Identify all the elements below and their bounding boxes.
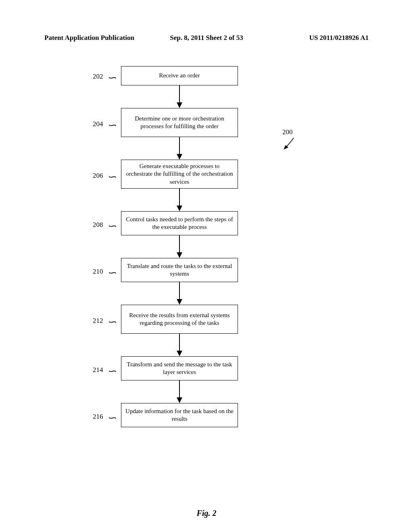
tilde-icon: ∽ [108,120,117,131]
tilde-icon: ∽ [108,221,117,231]
ref-label-202: 202 [93,73,103,81]
ref-200-label: 200 [282,128,293,136]
ref-200-arrow-icon [282,137,298,152]
ref-label-204: 204 [93,120,103,128]
flow-step-216: Update information for the task based on… [121,403,238,427]
flow-step-208: Control tasks needed to perform the step… [121,211,238,235]
ref-label-206: 206 [93,172,103,180]
ref-label-208: 208 [93,221,103,229]
flow-step-212: Receive the results from external system… [121,305,238,334]
flow-step-202: Receive an order [121,66,238,85]
arrow-icon [121,235,238,258]
arrow-icon [121,85,238,108]
step-text: Translate and route the tasks to the ext… [125,262,234,278]
tilde-icon: ∽ [108,172,117,182]
flowchart-diagram: 200 Receive an order Determine one or mo… [0,60,413,504]
tilde-icon: ∽ [108,413,117,423]
header-left: Patent Application Publication [44,34,134,42]
arrow-icon [121,282,238,305]
arrow-icon [121,334,238,356]
step-text: Generate executable processes to orchest… [125,162,234,186]
tilde-icon: ∽ [108,73,117,83]
page-header: Patent Application Publication Sep. 8, 2… [0,34,413,42]
ref-label-214: 214 [93,366,103,374]
flow-step-206: Generate executable processes to orchest… [121,160,238,189]
flow-column: Receive an order Determine one or more o… [121,60,238,427]
ref-label-210: 210 [93,268,103,276]
step-text: Receive an order [159,72,200,80]
figure-caption: Fig. 2 [197,509,217,518]
header-right: US 2011/0218926 A1 [309,34,369,42]
ref-label-212: 212 [93,317,103,325]
step-text: Control tasks needed to perform the step… [125,216,234,231]
step-text: Update information for the task based on… [125,407,234,423]
tilde-icon: ∽ [108,366,117,376]
header-center: Sep. 8, 2011 Sheet 2 of 53 [170,34,243,42]
tilde-icon: ∽ [108,317,117,327]
arrow-icon [121,189,238,211]
tilde-icon: ∽ [108,268,117,278]
step-text: Receive the results from external system… [125,312,234,327]
arrow-icon [121,380,238,403]
step-text: Transform and send the message to the ta… [125,361,234,376]
flow-step-204: Determine one or more orchestration proc… [121,108,238,137]
step-text: Determine one or more orchestration proc… [125,115,234,131]
ref-label-216: 216 [93,413,103,421]
arrow-icon [121,137,238,160]
flow-step-214: Transform and send the message to the ta… [121,356,238,380]
flow-step-210: Translate and route the tasks to the ext… [121,258,238,282]
